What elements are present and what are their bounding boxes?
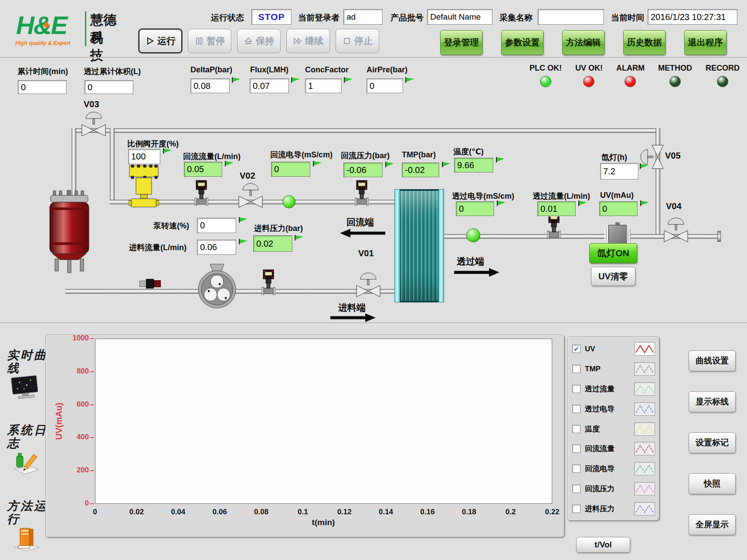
section-divider (0, 322, 747, 324)
fullscreen-button[interactable]: 全屏显示 (689, 514, 736, 535)
reflux-cond-display: 0 (271, 162, 310, 177)
legend-line-sample[interactable] (634, 462, 655, 475)
y-tick-mark (90, 371, 94, 372)
prop-valve-input[interactable]: 100 (128, 149, 160, 164)
transmitter-icon (547, 213, 561, 239)
perm-flow-display: 0.01 (537, 201, 576, 216)
x-tick-label: 0.12 (330, 508, 358, 516)
legend-label: 回流压力 (585, 484, 630, 494)
trend-chart-panel: UV(mAu) t(min) 00.020.040.060.080.10.120… (45, 335, 565, 538)
legend-row-1: TMP (568, 359, 659, 379)
legend-line-sample[interactable] (634, 502, 655, 516)
valve-v02-icon (235, 182, 266, 210)
valve-v05-label: V05 (665, 151, 681, 161)
reflux-flow-label: 回流流量(L/min) (183, 151, 241, 162)
tmp-display: -0.02 (402, 163, 439, 177)
legend-line-sample[interactable] (634, 362, 655, 376)
permeate-port-label: 透过端 (457, 255, 484, 268)
pump-speed-label: 泵转速(%) (153, 221, 189, 231)
legend-checkbox[interactable] (572, 445, 581, 453)
reflux-flow-ball (282, 195, 295, 208)
y-tick-mark (90, 470, 94, 471)
legend-label: UV (585, 345, 630, 353)
legend-checkbox[interactable] (572, 405, 581, 413)
x-tick-label: 0 (81, 508, 109, 516)
y-axis-title: UV(mAu) (54, 373, 64, 469)
x-tick-label: 0.06 (206, 508, 234, 516)
tmp-flag-icon (442, 161, 452, 168)
y-tick-label: 600 (64, 400, 89, 409)
sidebar-item-realtime-curve[interactable]: 实时曲线 (7, 349, 49, 375)
feed-flow-label: 进料流量(L/min) (129, 242, 187, 253)
transmitter-icon (261, 269, 275, 295)
perm-cond-display: 0 (456, 201, 494, 216)
pipe (71, 128, 660, 133)
curve-settings-button[interactable]: 曲线设置 (689, 350, 736, 371)
uv-flow-cell (608, 225, 627, 245)
sidebar-item-system-log[interactable]: 系统日志 (7, 424, 49, 450)
legend-checkbox[interactable]: ✔ (572, 345, 581, 353)
pump-speed-input[interactable]: 0 (197, 218, 236, 233)
hmi-main-screen: H&E High quality & Expert 慧德易 科 技 运行状态 S… (0, 0, 747, 560)
uv-display: 0 (599, 201, 638, 216)
show-cursor-button[interactable]: 显示标线 (689, 391, 736, 412)
legend-row-5: 回流流量 (568, 439, 659, 459)
t-vol-toggle-button[interactable]: t/Vol (576, 537, 630, 553)
y-tick-mark (90, 503, 94, 504)
sidebar-item-method-run[interactable]: 方法运行 (7, 499, 49, 526)
legend-row-2: 透过流量 (568, 379, 659, 399)
x-tick-label: 0.22 (538, 508, 566, 516)
xenon-on-button[interactable]: 氙灯ON (589, 243, 637, 263)
reflux-flow-display: 0.05 (184, 162, 222, 177)
plot-area[interactable] (95, 339, 552, 504)
legend-checkbox[interactable] (572, 365, 581, 373)
valve-v04-icon (661, 217, 691, 244)
legend-line-sample[interactable] (634, 382, 655, 396)
method-run-icon[interactable] (12, 525, 41, 553)
x-axis-title: t(min) (297, 518, 350, 527)
snapshot-button[interactable]: 快照 (689, 473, 736, 494)
x-tick-label: 0.04 (164, 508, 192, 516)
feed-press-label: 进料压力(bar) (254, 223, 303, 234)
legend-rows: ✔UVTMP透过流量透过电导温度回流流量回流电导回流压力进料压力 (568, 337, 659, 521)
legend-line-sample[interactable] (634, 442, 655, 455)
pipe (71, 128, 76, 199)
system-log-icon[interactable] (11, 450, 41, 477)
feed-flow-input[interactable]: 0.06 (197, 240, 236, 255)
uv-flag-icon (640, 200, 650, 207)
chart-button-column: 曲线设置显示标线设置标记快照全屏显示 (689, 350, 736, 535)
reflux-press-flag-icon (385, 161, 395, 168)
legend-checkbox[interactable] (572, 465, 581, 473)
x-tick-label: 0.1 (289, 508, 317, 516)
legend-label: TMP (585, 365, 630, 373)
legend-label: 回流电导 (585, 464, 630, 474)
realtime-curve-icon[interactable] (10, 375, 42, 401)
x-tick-label: 0.02 (122, 508, 150, 516)
y-tick-label: 1000 (64, 334, 89, 343)
uv-label: UV(mAu) (600, 191, 634, 200)
feed-pump (197, 261, 237, 312)
legend-label: 温度 (585, 424, 630, 434)
pipe-end-cap (717, 231, 721, 242)
set-marker-button[interactable]: 设置标记 (689, 432, 736, 453)
prop-valve-label: 比例阀开度(%) (127, 139, 179, 149)
legend-line-sample[interactable] (634, 402, 655, 416)
reflux-press-display: -0.06 (343, 163, 383, 177)
feed-port-label: 进料端 (338, 302, 366, 314)
x-tick-label: 0.14 (372, 508, 400, 516)
legend-line-sample[interactable] (634, 342, 655, 356)
uv-zero-button[interactable]: UV清零 (591, 267, 635, 286)
legend-checkbox[interactable] (572, 505, 581, 513)
valve-v04-label: V04 (666, 201, 682, 211)
legend-row-8: 进料压力 (568, 499, 659, 519)
xenon-hours-display[interactable]: 7.2 (600, 163, 638, 180)
transmitter-icon (355, 180, 369, 206)
legend-label: 进料压力 (585, 504, 630, 514)
legend-checkbox[interactable] (572, 425, 581, 433)
legend-checkbox[interactable] (572, 385, 581, 393)
legend-line-sample[interactable] (634, 482, 655, 496)
legend-checkbox[interactable] (572, 485, 581, 493)
y-tick-mark (90, 437, 94, 438)
xenon-hours-label: 氙灯(h) (601, 152, 627, 163)
legend-line-sample[interactable] (634, 422, 655, 436)
